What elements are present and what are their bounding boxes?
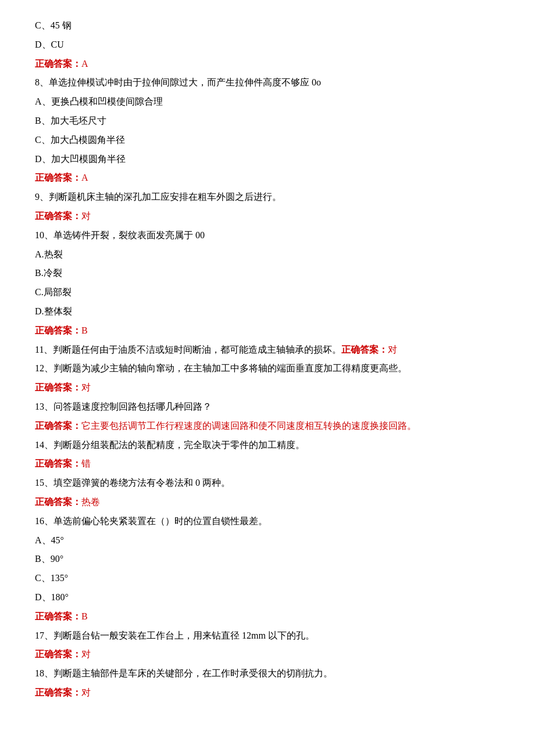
content-line-l2: D、CU (35, 37, 500, 53)
answer-text-l22: 它主要包括调节工作行程速度的调速回路和使不同速度相互转换的速度换接回路。 (81, 421, 416, 431)
content-line-l6: B、加大毛坯尺寸 (35, 113, 500, 130)
answer-text-l34: 对 (81, 649, 91, 659)
content-line-l21: 13、问答题速度控制回路包括哪几种回路？ (35, 399, 500, 415)
content-line-l20: 正确答案：对 (35, 379, 500, 396)
answer-label-l34: 正确答案： (35, 649, 81, 659)
content-line-l12: 10、单选铸件开裂，裂纹表面发亮属于 00 (35, 227, 500, 244)
content-line-l32: 正确答案：B (35, 608, 500, 625)
content-line-l27: 16、单选前偏心轮夹紧装置在（）时的位置自锁性最差。 (35, 513, 500, 530)
question-text-l18: 11、判断题任何由于油质不洁或短时间断油，都可能造成主轴轴承的损坏。 (35, 345, 341, 354)
content-line-l15: C.局部裂 (35, 284, 500, 301)
content-line-l11: 正确答案：对 (35, 208, 500, 225)
content-line-l7: C、加大凸模圆角半径 (35, 132, 500, 149)
answer-text-l32: B (81, 611, 88, 621)
answer-label-l18: 正确答案： (341, 345, 388, 354)
answer-text-l17: B (81, 325, 88, 335)
content-line-l23: 14、判断题分组装配法的装配精度，完全取决于零件的加工精度。 (35, 437, 500, 454)
answer-label-l3: 正确答案： (35, 59, 81, 69)
answer-label-l32: 正确答案： (35, 611, 81, 621)
answer-label-l26: 正确答案： (35, 497, 81, 507)
content-line-l35: 18、判断题主轴部件是车床的关键部分，在工作时承受很大的切削抗力。 (35, 665, 500, 682)
main-content: C、45 钢D、CU正确答案：A8、单选拉伸模试冲时由于拉伸间隙过大，而产生拉伸… (35, 17, 500, 701)
content-line-l28: A、45° (35, 532, 500, 549)
content-line-l16: D.整体裂 (35, 303, 500, 320)
answer-label-l36: 正确答案： (35, 687, 81, 697)
content-line-l3: 正确答案：A (35, 56, 500, 73)
content-line-l14: B.冷裂 (35, 265, 500, 282)
content-line-l8: D、加大凹模圆角半径 (35, 151, 500, 168)
content-line-l17: 正确答案：B (35, 323, 500, 339)
content-line-l22: 正确答案：它主要包括调节工作行程速度的调速回路和使不同速度相互转换的速度换接回路… (35, 418, 500, 435)
answer-label-l11: 正确答案： (35, 211, 81, 221)
answer-label-l9: 正确答案： (35, 173, 81, 182)
answer-text-l9: A (81, 173, 88, 182)
content-line-l9: 正确答案：A (35, 170, 500, 187)
answer-text-l36: 对 (81, 687, 91, 697)
content-line-l31: D、180° (35, 589, 500, 606)
content-line-l18: 11、判断题任何由于油质不洁或短时间断油，都可能造成主轴轴承的损坏。正确答案：对 (35, 342, 500, 359)
content-line-l29: B、90° (35, 551, 500, 568)
answer-label-l24: 正确答案： (35, 458, 81, 468)
answer-text-l20: 对 (81, 382, 91, 392)
content-line-l19: 12、判断题为减少主轴的轴向窜动，在主轴加工中多将轴的端面垂直度加工得精度更高些… (35, 360, 500, 377)
answer-text-l11: 对 (81, 211, 91, 221)
answer-label-l22: 正确答案： (35, 421, 81, 431)
content-line-l36: 正确答案：对 (35, 685, 500, 701)
content-line-l33: 17、判断题台钻一般安装在工作台上，用来钻直径 12mm 以下的孔。 (35, 628, 500, 644)
answer-inline-l18: 对 (388, 345, 397, 354)
answer-label-l20: 正确答案： (35, 382, 81, 392)
answer-text-l26: 热卷 (81, 497, 100, 507)
content-line-l34: 正确答案：对 (35, 646, 500, 663)
content-line-l1: C、45 钢 (35, 17, 500, 34)
answer-text-l3: A (81, 59, 88, 69)
content-line-l13: A.热裂 (35, 246, 500, 263)
content-line-l25: 15、填空题弹簧的卷绕方法有令卷法和 0 两种。 (35, 475, 500, 492)
content-line-l4: 8、单选拉伸模试冲时由于拉伸间隙过大，而产生拉伸件高度不够应 0o (35, 74, 500, 91)
content-line-l26: 正确答案：热卷 (35, 494, 500, 511)
content-line-l30: C、135° (35, 570, 500, 587)
answer-label-l17: 正确答案： (35, 325, 81, 335)
answer-text-l24: 错 (81, 458, 91, 468)
content-line-l10: 9、判断题机床主轴的深孔加工应安排在粗车外圆之后进行。 (35, 189, 500, 206)
content-line-l5: A、更换凸模和凹模使间隙合理 (35, 94, 500, 110)
content-line-l24: 正确答案：错 (35, 456, 500, 472)
